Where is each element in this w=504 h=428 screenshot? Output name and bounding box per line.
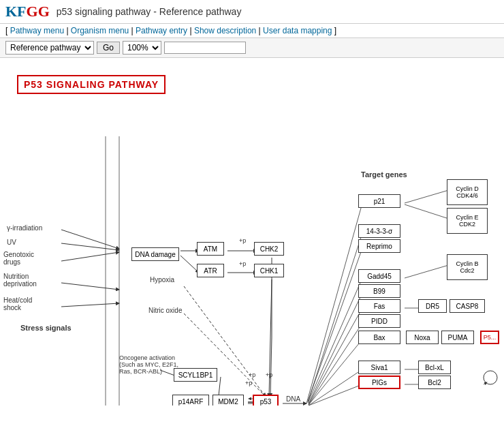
node-siva1[interactable]: Siva1 [358, 361, 400, 374]
label-genotoxic: Genotoxicdrugs [3, 251, 58, 266]
nav-organism-menu[interactable]: Organism menu [71, 26, 129, 35]
node-reprimo[interactable]: Reprimo [358, 239, 400, 253]
svg-line-4 [61, 252, 119, 261]
nav-pathway-entry[interactable]: Pathway entry [136, 26, 187, 35]
node-casp8[interactable]: CASP8 [450, 299, 485, 313]
node-chk1[interactable]: CHK1 [254, 264, 284, 277]
search-input[interactable] [164, 42, 246, 54]
toolbar: Reference pathway Go 100% 75% 125% 150% [0, 38, 504, 58]
svg-line-26 [308, 248, 362, 401]
node-puma[interactable]: PUMA [441, 331, 474, 344]
node-pigs[interactable]: PIGs [358, 376, 400, 389]
label-hypoxia: Hypoxia [150, 276, 174, 284]
svg-line-13 [269, 279, 272, 397]
nav-bar: [ Pathway menu | Organism menu | Pathway… [0, 24, 504, 38]
header: KFGG p53 signaling pathway - Reference p… [0, 0, 504, 24]
node-p53[interactable]: p53 [253, 395, 279, 406]
label-cdc2: Cdc2 [460, 267, 474, 274]
label-cdk2: CDK2 [459, 221, 475, 228]
pathway-inner: DNA +p +p +p +p +p P53 SIGNALING PATHWAY… [0, 58, 504, 406]
node-chk2[interactable]: CHK2 [254, 242, 284, 256]
node-dna-damage[interactable]: DNA damage [131, 247, 179, 261]
svg-line-3 [61, 243, 119, 250]
svg-line-27 [308, 278, 362, 403]
go-button[interactable]: Go [97, 42, 120, 54]
svg-line-37 [405, 204, 451, 219]
nav-user-data-mapping[interactable]: User data mapping [263, 26, 332, 35]
node-pidd[interactable]: PIDD [358, 314, 400, 328]
node-noxa[interactable]: Noxa [406, 331, 439, 344]
label-cdk46: CDK4/6 [456, 192, 478, 199]
label-cyclin-b: Cyclin B [456, 260, 478, 267]
nav-show-description[interactable]: Show description [194, 26, 256, 35]
label-cyclin-e: Cyclin E [456, 214, 478, 221]
svg-line-29 [309, 308, 362, 404]
node-bcl-xl[interactable]: Bcl-xL [418, 361, 451, 374]
pathway-dropdown[interactable]: Reference pathway [5, 41, 94, 55]
node-cyclin-e-cdk2[interactable]: Cyclin E CDK2 [447, 208, 488, 234]
svg-text:+p: +p [266, 371, 272, 378]
label-cyclin-d: Cyclin D [456, 185, 479, 192]
node-cyclin-d-cdk46[interactable]: Cyclin D CDK4/6 [447, 179, 488, 205]
svg-line-12 [270, 337, 272, 397]
svg-line-15 [184, 314, 266, 397]
node-fas[interactable]: Fas [358, 299, 400, 313]
node-bax[interactable]: Bax [358, 331, 400, 344]
node-mdm2[interactable]: MDM2 [212, 395, 244, 406]
svg-line-28 [309, 293, 362, 403]
svg-line-8 [180, 256, 199, 273]
nav-pathway-menu[interactable]: Pathway menu [10, 26, 64, 35]
svg-text:+p: +p [239, 237, 246, 244]
label-girradiation: γ-irradiation [7, 224, 42, 232]
svg-line-36 [405, 189, 451, 203]
node-b99[interactable]: B99 [358, 284, 400, 298]
label-nitric-oxide: Nitric oxide [148, 307, 182, 314]
svg-line-2 [61, 230, 119, 249]
page-title: p53 signaling pathway - Reference pathwa… [57, 6, 242, 17]
label-nutrition: Nutritiondeprivation [3, 273, 58, 288]
logo-accent: GG [27, 3, 50, 20]
pathway-svg: DNA +p +p +p +p +p [0, 58, 504, 406]
svg-line-6 [61, 303, 119, 307]
node-atr[interactable]: ATR [197, 264, 224, 277]
node-cyclin-b-cdc2[interactable]: Cyclin B Cdc2 [447, 254, 488, 280]
node-scyl1bp1[interactable]: SCYL1BP1 [174, 368, 217, 382]
logo: KFGG [5, 3, 50, 20]
node-p21[interactable]: p21 [358, 194, 400, 208]
stress-signals-label: Stress signals [20, 324, 72, 332]
pathway-container: DNA +p +p +p +p +p P53 SIGNALING PATHWAY… [0, 58, 504, 406]
node-14-3-3s[interactable]: 14-3-3-σ [358, 224, 400, 238]
svg-line-25 [308, 233, 362, 402]
node-p53-target[interactable]: P5... [480, 331, 499, 344]
node-gadd45[interactable]: Gadd45 [358, 269, 400, 283]
svg-text:+p: +p [249, 371, 255, 378]
svg-line-30 [309, 323, 362, 405]
svg-line-5 [61, 283, 119, 290]
target-genes-label: Target genes [361, 170, 407, 179]
node-atm[interactable]: ATM [197, 242, 224, 256]
svg-text:+p: +p [239, 260, 246, 267]
label-uv: UV [7, 239, 16, 246]
svg-text:+p: +p [245, 380, 252, 386]
node-bcl2[interactable]: Bcl2 [418, 376, 451, 389]
p53-title: P53 SIGNALING PATHWAY [17, 75, 166, 94]
svg-line-38 [405, 264, 451, 278]
node-p14arf[interactable]: p14ARF [172, 395, 209, 406]
svg-text:DNA: DNA [286, 395, 300, 403]
label-heat-cold: Heat/coldshock [3, 296, 58, 311]
node-dr5[interactable]: DR5 [418, 299, 447, 313]
zoom-dropdown[interactable]: 100% 75% 125% 150% [123, 41, 161, 55]
svg-point-43 [484, 371, 497, 384]
